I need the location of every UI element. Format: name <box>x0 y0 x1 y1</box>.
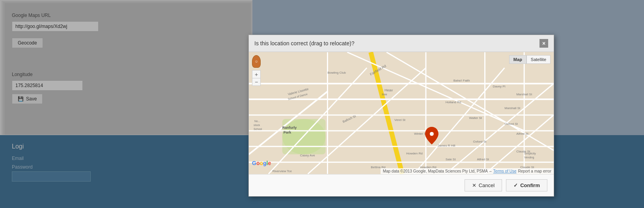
svg-text:Oxford St: Oxford St <box>504 122 518 126</box>
svg-text:Oxford St: Oxford St <box>473 140 487 143</box>
map-type-controls: Map Satellite <box>509 55 551 64</box>
svg-text:Alfred St: Alfred St <box>477 158 489 161</box>
svg-text:stock: stock <box>254 124 260 126</box>
svg-text:Bowling Club: Bowling Club <box>327 71 346 74</box>
svg-text:Casey Ave: Casey Ave <box>300 154 315 157</box>
svg-rect-0 <box>249 52 554 174</box>
satellite-view-button[interactable]: Satellite <box>526 55 551 64</box>
svg-text:Holland Rd: Holland Rd <box>446 100 461 104</box>
svg-text:Riverview Tce: Riverview Tce <box>273 169 292 173</box>
svg-text:Vending: Vending <box>524 156 534 159</box>
zoom-out-button[interactable]: − <box>252 78 261 86</box>
svg-text:Simplicity: Simplicity <box>524 152 536 155</box>
map-container[interactable]: Fairfield Rd Bowling Club Baha'i Faith D… <box>249 52 554 174</box>
modal-close-button[interactable]: × <box>539 39 548 48</box>
svg-text:Davey Pl: Davey Pl <box>493 85 505 88</box>
svg-text:No...: No... <box>254 120 260 123</box>
svg-text:Sale St: Sale St <box>446 158 456 161</box>
cancel-label: Cancel <box>479 182 495 188</box>
google-logo: Google <box>252 160 271 166</box>
svg-text:Ranfurly: Ranfurly <box>282 126 297 130</box>
map-view-button[interactable]: Map <box>509 55 526 64</box>
modal-header: Is this location correct (drag to reloca… <box>249 35 554 52</box>
svg-text:Verel St: Verel St <box>394 118 406 122</box>
cancel-icon: ✕ <box>472 182 476 188</box>
street-view-control[interactable]: ☺ <box>252 55 261 68</box>
map-svg: Fairfield Rd Bowling Club Baha'i Faith D… <box>249 52 554 174</box>
location-modal: Is this location correct (drag to reloca… <box>248 35 554 197</box>
modal-footer: ✕ Cancel ✓ Confirm <box>249 174 554 196</box>
svg-text:Walter St: Walter St <box>469 116 482 120</box>
svg-text:James R Hill: James R Hill <box>438 144 455 147</box>
svg-text:Park: Park <box>284 130 291 134</box>
svg-text:Alfred St: Alfred St <box>516 132 528 136</box>
svg-text:Heav: Heav <box>385 88 393 92</box>
confirm-label: Confirm <box>520 182 540 188</box>
svg-text:itree: itree <box>382 93 387 96</box>
modal-title: Is this location correct (drag to reloca… <box>254 40 355 46</box>
svg-text:Marshall St: Marshall St <box>504 106 521 110</box>
map-attribution: Map data ©2013 Google, MapData Sciences … <box>381 168 554 174</box>
svg-point-54 <box>430 132 434 136</box>
confirm-button[interactable]: ✓ Confirm <box>506 179 547 191</box>
svg-text:Marshall St: Marshall St <box>516 93 532 96</box>
svg-text:Howden Rd: Howden Rd <box>406 152 423 155</box>
svg-text:Baha'i Faith: Baha'i Faith <box>454 79 470 82</box>
terms-of-use-link[interactable]: Terms of Use <box>493 169 517 173</box>
svg-text:School: School <box>254 128 262 130</box>
zoom-controls: + − <box>252 70 261 86</box>
report-map-error-link[interactable]: Report a map error <box>518 169 551 173</box>
confirm-icon: ✓ <box>513 182 518 188</box>
cancel-button[interactable]: ✕ Cancel <box>465 179 502 191</box>
pegman-icon[interactable]: ☺ <box>252 55 261 68</box>
zoom-in-button[interactable]: + <box>252 70 261 78</box>
